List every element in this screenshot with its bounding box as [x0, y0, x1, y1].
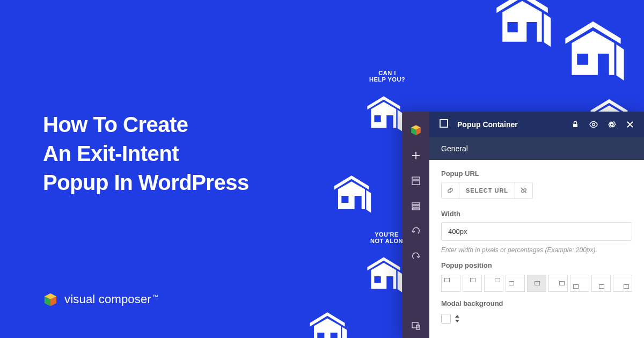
house-illustration [302, 307, 353, 338]
svg-rect-23 [355, 196, 362, 210]
svg-rect-24 [341, 196, 348, 203]
svg-marker-17 [397, 109, 403, 133]
tree-view-button[interactable] [402, 193, 429, 218]
svg-rect-47 [412, 208, 420, 210]
width-helper-text: Enter width in pixels or percentages (Ex… [441, 246, 632, 254]
dropdown-arrows-icon[interactable] [455, 315, 459, 322]
responsive-button[interactable] [402, 313, 429, 338]
width-input[interactable] [441, 222, 632, 241]
svg-point-52 [592, 123, 595, 126]
svg-marker-27 [397, 270, 403, 293]
select-url-control[interactable]: SELECT URL [441, 182, 533, 199]
editor-panel: Popup Container General Popup URL [402, 112, 644, 338]
house-speech-1: CAN I HELP YOU? [369, 70, 405, 83]
panel-header: Popup Container [429, 112, 644, 137]
title-line-3: Popup In WordPress [43, 171, 249, 194]
svg-marker-7 [616, 42, 625, 82]
house-illustration [553, 14, 633, 94]
modal-bg-color-swatch[interactable] [441, 314, 451, 324]
cube-icon [43, 292, 58, 307]
brand-name: visual composer™ [64, 292, 158, 306]
redo-button[interactable] [402, 244, 429, 269]
popup-url-label: Popup URL [441, 170, 632, 178]
select-url-label: SELECT URL [459, 182, 515, 199]
svg-rect-19 [374, 115, 380, 122]
unlink-icon [515, 182, 532, 199]
svg-marker-57 [455, 315, 459, 318]
link-icon [442, 182, 459, 199]
svg-rect-50 [440, 120, 448, 127]
house-illustration [360, 92, 407, 139]
gear-icon[interactable] [608, 120, 616, 129]
brand-name-text: visual composer [64, 292, 151, 306]
house-speech-2: YOU'RE NOT ALON [370, 231, 403, 244]
svg-rect-4 [508, 22, 518, 32]
tab-general[interactable]: General [429, 137, 644, 160]
editor-rail [402, 112, 429, 338]
position-selector [441, 275, 632, 292]
svg-rect-44 [412, 181, 420, 185]
brand-logo: visual composer™ [43, 292, 158, 307]
position-top-left[interactable] [441, 275, 460, 292]
position-bottom-center[interactable] [591, 275, 611, 292]
popup-container-icon [439, 119, 449, 130]
svg-rect-43 [412, 177, 420, 179]
position-top-right[interactable] [484, 275, 503, 292]
undo-button[interactable] [402, 218, 429, 244]
house-illustration [360, 253, 407, 300]
svg-rect-18 [386, 115, 393, 129]
title-line-2: An Exit-Intent [43, 142, 179, 165]
position-top-center[interactable] [463, 275, 482, 292]
page-title: How To Create An Exit-Intent Popup In Wo… [43, 110, 249, 197]
svg-rect-46 [412, 205, 420, 207]
panel-main: Popup Container General Popup URL [429, 112, 644, 338]
position-middle-right[interactable] [548, 275, 568, 292]
popup-position-label: Popup position [441, 261, 632, 269]
panel-body: Popup URL SELECT URL Width Enter width i… [429, 160, 644, 324]
panel-title: Popup Container [457, 120, 562, 129]
svg-rect-8 [598, 54, 609, 76]
app-logo-icon[interactable] [402, 117, 429, 143]
trademark: ™ [152, 293, 158, 300]
position-middle-center[interactable] [527, 275, 546, 292]
svg-rect-29 [374, 276, 380, 283]
svg-marker-58 [455, 320, 459, 322]
position-middle-left[interactable] [506, 275, 525, 292]
svg-point-53 [611, 123, 613, 126]
title-line-1: How To Create [43, 113, 188, 136]
svg-marker-2 [543, 12, 552, 49]
position-bottom-left[interactable] [570, 275, 589, 292]
svg-rect-9 [577, 54, 588, 65]
svg-rect-3 [526, 22, 537, 43]
svg-rect-28 [386, 276, 393, 290]
svg-rect-51 [573, 124, 577, 127]
svg-rect-34 [317, 333, 324, 338]
width-label: Width [441, 210, 632, 218]
add-element-button[interactable] [402, 143, 429, 168]
svg-marker-22 [365, 189, 371, 214]
house-illustration [485, 0, 559, 59]
position-bottom-right[interactable] [613, 275, 632, 292]
house-illustration [326, 171, 377, 221]
svg-rect-45 [412, 203, 420, 204]
svg-marker-32 [341, 326, 347, 338]
visibility-icon[interactable] [589, 120, 598, 129]
modal-bg-label: Modal background [441, 299, 632, 307]
lock-icon[interactable] [571, 120, 580, 129]
close-icon[interactable] [626, 120, 634, 129]
svg-rect-33 [331, 333, 338, 338]
template-button[interactable] [402, 168, 429, 193]
